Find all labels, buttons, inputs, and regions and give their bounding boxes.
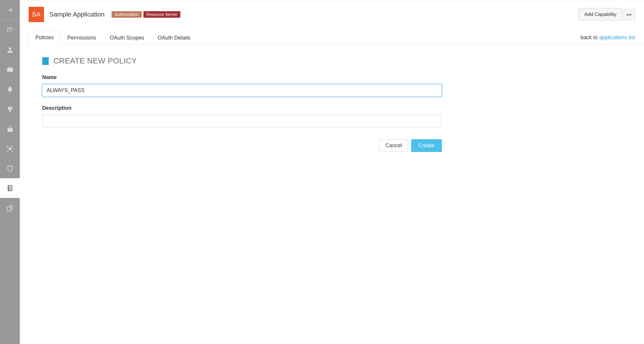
applications-list-link[interactable]: applications list — [599, 35, 635, 40]
tabs-row: Policies Permissions OAuth Scopes OAuth … — [20, 22, 644, 45]
sidebar-item-shield[interactable] — [0, 158, 20, 178]
app-title: Sample Application — [49, 11, 104, 18]
app-initials-badge: SA — [29, 7, 44, 22]
back-link-container: back to applications list — [581, 31, 635, 44]
add-capability-button[interactable]: Add Capability — [578, 8, 622, 21]
plug-icon — [6, 105, 14, 113]
tab-label: OAuth Scopes — [110, 35, 144, 41]
description-input[interactable] — [42, 115, 442, 127]
main-area: SA Sample Application Authorization Reso… — [20, 0, 644, 344]
more-menu-button[interactable]: ••• — [623, 9, 635, 20]
form-content: CREATE NEW POLICY Name Description Cance… — [20, 45, 451, 161]
create-button[interactable]: Create — [411, 139, 442, 152]
section-title: CREATE NEW POLICY — [42, 56, 442, 65]
sidebar-item-users[interactable] — [0, 40, 20, 60]
sidebar-item-contacts[interactable] — [0, 178, 20, 198]
tab-oauth-scopes[interactable]: OAuth Scopes — [103, 31, 151, 45]
section-title-marker — [42, 57, 49, 65]
sidebar-item-copy[interactable] — [0, 198, 20, 218]
tab-label: OAuth Details — [158, 35, 190, 41]
tab-label: Permissions — [67, 35, 96, 41]
tab-policies[interactable]: Policies — [29, 31, 61, 45]
ellipsis-icon: ••• — [627, 12, 632, 17]
sidebar-item-plug[interactable] — [0, 99, 20, 119]
user-icon — [6, 46, 14, 54]
contacts-icon — [6, 184, 14, 192]
pill-authorization: Authorization — [112, 11, 142, 18]
bug-icon — [6, 86, 14, 93]
copy-icon — [6, 204, 14, 212]
unlock-icon — [6, 125, 14, 133]
tab-permissions[interactable]: Permissions — [61, 31, 103, 45]
pill-resource-server: Resource Server — [143, 11, 180, 18]
sidebar-item-bug[interactable] — [0, 79, 20, 99]
sidebar-item-briefcase[interactable] — [0, 60, 20, 79]
group-select-icon — [6, 145, 14, 153]
section-title-text: CREATE NEW POLICY — [53, 56, 137, 65]
name-label: Name — [42, 74, 442, 81]
page-header: SA Sample Application Authorization Reso… — [20, 0, 644, 22]
form-group-name: Name — [42, 74, 442, 97]
cancel-button[interactable]: Cancel — [379, 139, 408, 152]
arrow-right-icon — [6, 6, 14, 14]
sidebar — [0, 0, 20, 344]
shield-icon — [6, 165, 14, 172]
name-input[interactable] — [42, 84, 442, 97]
form-actions: Cancel Create — [42, 139, 442, 152]
dashboard-icon — [6, 26, 14, 34]
description-label: Description — [42, 105, 442, 111]
sidebar-item-unlock[interactable] — [0, 119, 20, 139]
tab-label: Policies — [35, 35, 54, 40]
back-link-prefix: back to — [581, 35, 599, 40]
sidebar-item-group[interactable] — [0, 139, 20, 158]
sidebar-item-expand[interactable] — [0, 0, 20, 20]
tab-oauth-details[interactable]: OAuth Details — [151, 31, 197, 45]
sidebar-item-dashboard[interactable] — [0, 20, 20, 40]
briefcase-icon — [6, 66, 14, 73]
form-group-description: Description — [42, 105, 442, 127]
